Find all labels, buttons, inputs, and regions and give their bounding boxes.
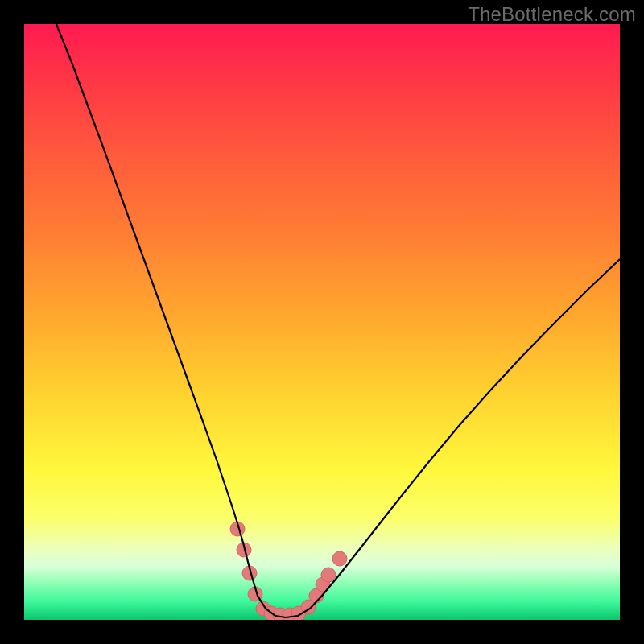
watermark-text: TheBottleneck.com <box>468 3 636 26</box>
plot-area <box>24 24 620 620</box>
marker-dot <box>321 568 336 582</box>
chart-frame: TheBottleneck.com <box>0 0 644 644</box>
left-curve <box>56 24 286 617</box>
curve-layer <box>24 24 620 620</box>
marker-dot <box>332 551 347 566</box>
trough-markers <box>230 522 347 620</box>
